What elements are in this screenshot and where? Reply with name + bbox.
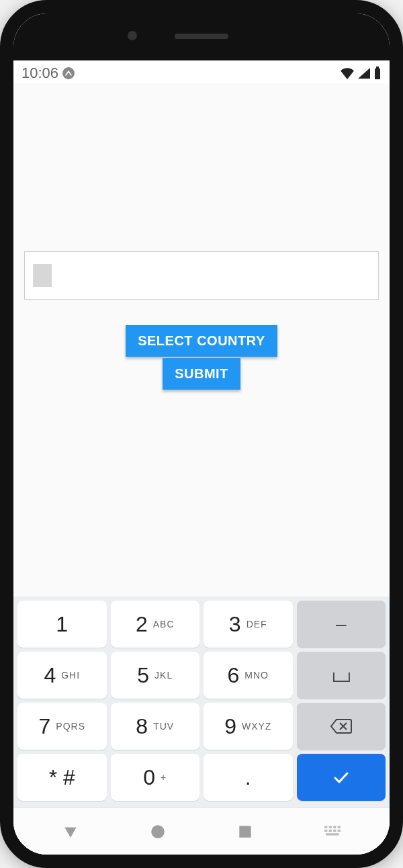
numeric-keyboard: 12ABC3DEF–4GHI5JKL6MNO⌴7PQRS8TUV9WXYZ* #… (13, 597, 390, 808)
key-9[interactable]: 9WXYZ (204, 703, 293, 750)
status-clock: 10:06 (21, 64, 58, 82)
status-bar: 10:06 (13, 60, 390, 83)
key-digit: 0 (143, 765, 155, 790)
svg-rect-10 (333, 829, 336, 831)
key-digit: 5 (137, 663, 149, 688)
status-left: 10:06 (21, 64, 75, 82)
svg-rect-0 (375, 69, 380, 79)
keyboard-row: * #0+. (17, 754, 386, 801)
key-1[interactable]: 1 (17, 601, 107, 648)
key-digit: . (245, 765, 251, 790)
svg-rect-4 (324, 826, 327, 828)
key-3[interactable]: 3DEF (204, 601, 293, 648)
keyboard-row: 4GHI5JKL6MNO⌴ (17, 652, 386, 699)
key-5[interactable]: 5JKL (111, 652, 200, 699)
svg-rect-12 (326, 833, 339, 835)
front-camera (128, 31, 137, 40)
key-backspace[interactable] (297, 703, 386, 750)
key-8[interactable]: 8TUV (111, 703, 200, 750)
nav-home-icon[interactable] (149, 823, 167, 840)
svg-rect-5 (329, 826, 332, 828)
key-digit: 1 (56, 612, 68, 637)
nav-back-icon[interactable] (62, 823, 79, 840)
wifi-icon (340, 67, 355, 79)
key-.[interactable]: . (204, 754, 293, 801)
key-enter[interactable] (297, 754, 386, 801)
svg-rect-11 (338, 829, 341, 831)
key-digit: * # (49, 765, 75, 790)
keyboard-row: 12ABC3DEF– (17, 601, 386, 648)
phone-input[interactable] (24, 251, 379, 300)
speaker-grill (175, 34, 228, 39)
key-digit: 7 (39, 714, 51, 739)
svg-rect-6 (333, 826, 336, 828)
key-dash[interactable]: – (297, 601, 386, 648)
nav-recents-icon[interactable] (236, 823, 254, 840)
key-2[interactable]: 2ABC (111, 601, 200, 648)
battery-icon (373, 67, 382, 80)
key-letters: JKL (154, 670, 173, 681)
phone-frame: 10:06 (0, 0, 403, 868)
svg-rect-7 (338, 826, 341, 828)
key-space[interactable]: ⌴ (297, 652, 386, 699)
expo-icon (62, 67, 75, 79)
svg-rect-9 (329, 829, 332, 831)
key-letters: MNO (244, 670, 269, 681)
key-0[interactable]: 0+ (111, 754, 200, 801)
nav-keyboard-icon[interactable] (324, 825, 341, 838)
key-letters: WXYZ (242, 721, 271, 732)
key-letters: TUV (153, 721, 174, 732)
text-cursor (33, 264, 52, 287)
key-letters: + (161, 772, 167, 783)
key-* #[interactable]: * # (17, 754, 107, 801)
key-digit: 2 (136, 612, 148, 637)
svg-rect-8 (324, 829, 327, 831)
svg-rect-3 (239, 826, 251, 837)
button-group: SELECT COUNTRY SUBMIT (13, 325, 390, 390)
key-digit: 3 (229, 612, 241, 637)
key-letters: ABC (153, 619, 175, 630)
key-digit: 8 (136, 714, 148, 739)
status-right (340, 67, 382, 80)
cellular-icon (357, 67, 371, 79)
key-7[interactable]: 7PQRS (17, 703, 107, 750)
device-bezel-top (13, 13, 390, 60)
key-digit: 9 (224, 714, 236, 739)
key-letters: PQRS (56, 721, 85, 732)
key-digit: 6 (228, 663, 240, 688)
select-country-button[interactable]: SELECT COUNTRY (126, 325, 277, 357)
key-4[interactable]: 4GHI (17, 652, 107, 699)
android-nav-bar (13, 808, 390, 855)
key-letters: DEF (247, 619, 267, 630)
key-digit: 4 (44, 663, 56, 688)
key-6[interactable]: 6MNO (204, 652, 293, 699)
svg-point-2 (151, 825, 165, 838)
svg-rect-1 (376, 67, 379, 69)
keyboard-row: 7PQRS8TUV9WXYZ (17, 703, 386, 750)
key-letters: GHI (61, 670, 80, 681)
submit-button[interactable]: SUBMIT (163, 358, 240, 390)
phone-input-wrapper (24, 251, 379, 300)
